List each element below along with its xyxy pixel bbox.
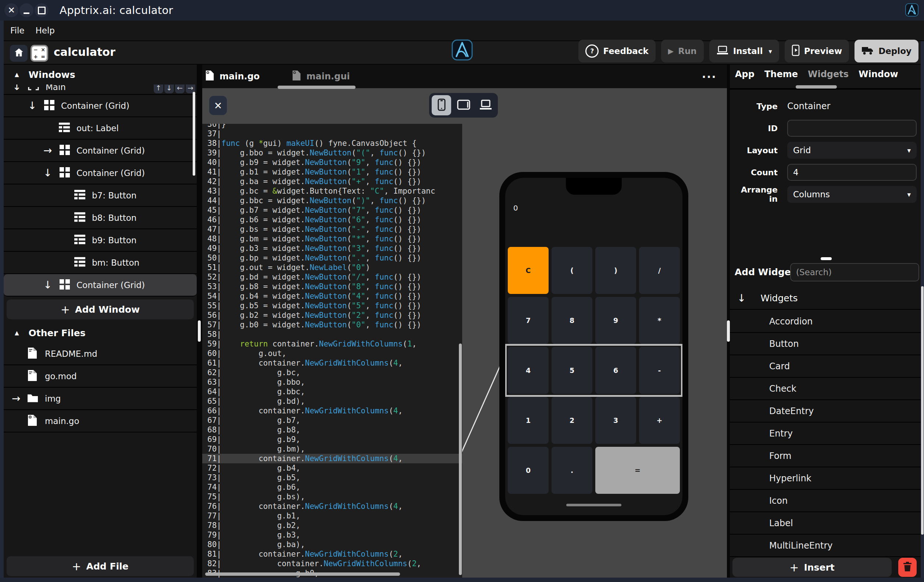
code-line-72[interactable]: 72| g.b4, <box>202 463 462 473</box>
menu-item-help[interactable]: Help <box>36 26 55 35</box>
widgets-group-header[interactable]: ↓ Widgets <box>730 287 921 310</box>
code-line-48[interactable]: 48| g.bm = widget.NewButton("*", func() … <box>202 234 462 243</box>
tree-item-container-grid-[interactable]: →Container (Grid) <box>4 140 197 162</box>
code-horizontal-scrollbar[interactable] <box>205 572 400 576</box>
insert-button[interactable]: + Insert <box>733 558 892 577</box>
code-line-70[interactable]: 70| g.bm), <box>202 444 462 454</box>
property-select-arrange-in[interactable]: Columns▾ <box>787 186 917 203</box>
code-line-57[interactable]: 57| g.b0 = widget.NewButton("0", func() … <box>202 320 462 330</box>
calc-button-8[interactable]: 8 <box>551 297 592 344</box>
calc-button-2[interactable]: 2 <box>551 397 592 444</box>
menu-item-file[interactable]: File <box>10 26 25 35</box>
install-button[interactable]: Install ▾ <box>709 40 779 62</box>
code-line-66[interactable]: 66| container.NewGridWithColumns(4, <box>202 406 462 416</box>
file-item-readme-md[interactable]: README.md <box>4 343 197 365</box>
code-line-58[interactable]: 58| <box>202 330 462 339</box>
code-line-78[interactable]: 78| g.b2, <box>202 521 462 530</box>
code-line-43[interactable]: 43| g.bc = &widget.Button{Text: "C", Imp… <box>202 186 462 196</box>
calc-button-C[interactable]: C <box>508 247 549 294</box>
panel-resize-handle[interactable] <box>821 257 832 260</box>
calc-button-([interactable]: ( <box>551 247 592 294</box>
code-line-61[interactable]: 61| container.NewGridWithColumns(4, <box>202 358 462 368</box>
widget-item-hyperlink[interactable]: Hyperlink <box>730 467 921 490</box>
code-line-47[interactable]: 47| g.bs = widget.NewButton("-", func() … <box>202 225 462 234</box>
chevron-down-icon[interactable]: ▾ <box>769 48 772 55</box>
tree-item-container-grid-[interactable]: ↓Container (Grid) <box>4 162 197 184</box>
calc-button-.[interactable]: . <box>551 447 592 494</box>
code-line-76[interactable]: 76| container.NewGridWithColumns(4, <box>202 501 462 511</box>
code-line-42[interactable]: 42| g.ba = widget.NewButton("+", func() … <box>202 177 462 186</box>
code-line-38[interactable]: 38|func (g *gui) makeUI() fyne.CanvasObj… <box>202 138 462 148</box>
code-line-75[interactable]: 75| g.bs), <box>202 492 462 501</box>
widget-item-label[interactable]: Label <box>730 512 921 534</box>
code-line-65[interactable]: 65| g.bd), <box>202 396 462 406</box>
run-button[interactable]: ▶ Run <box>661 40 704 62</box>
code-line-50[interactable]: 50| g.bp = widget.NewButton(".", func() … <box>202 253 462 263</box>
tree-scrollbar-thumb[interactable] <box>193 92 195 176</box>
calc-button-5[interactable]: 5 <box>551 347 592 394</box>
code-line-63[interactable]: 63| g.bbo, <box>202 377 462 387</box>
arrow-down-icon[interactable]: ↓ <box>43 280 52 290</box>
arrow-down-icon[interactable]: ↓ <box>43 168 52 178</box>
arrow-right-icon[interactable]: → <box>12 393 20 404</box>
tree-item-b9-button[interactable]: b9: Button <box>4 229 197 252</box>
add-file-button[interactable]: + Add File <box>7 556 194 576</box>
tree-item-container-grid-[interactable]: ↓Container (Grid) <box>4 95 197 117</box>
code-line-71[interactable]: 71| container.NewGridWithColumns(4, <box>202 454 462 463</box>
calc-button-=[interactable]: = <box>595 447 680 494</box>
calc-button-6[interactable]: 6 <box>595 347 636 394</box>
calc-button-9[interactable]: 9 <box>595 297 636 344</box>
tree-item-out-label[interactable]: out: Label <box>4 117 197 140</box>
calc-button-3[interactable]: 3 <box>595 397 636 444</box>
calc-button-)[interactable]: ) <box>595 247 636 294</box>
code-line-46[interactable]: 46| g.b6 = widget.NewButton("6", func() … <box>202 215 462 225</box>
calc-button-4[interactable]: 4 <box>508 347 549 394</box>
widget-item-check[interactable]: Check <box>730 378 921 400</box>
code-line-44[interactable]: 44| g.bbc = widget.NewButton(")", func()… <box>202 196 462 206</box>
code-line-82[interactable]: 82| container.NewGridWithColumns(2, <box>202 559 462 569</box>
tree-item-b8-button[interactable]: b8: Button <box>4 207 197 229</box>
widget-search-input[interactable] <box>790 263 919 281</box>
code-line-81[interactable]: 81| container.NewGridWithColumns(2, <box>202 549 462 559</box>
tab-main-go[interactable]: main.go <box>205 70 260 84</box>
tab-widgets[interactable]: Widgets <box>808 69 849 79</box>
file-item-img[interactable]: →img <box>4 388 197 410</box>
code-line-77[interactable]: 77| g.b1, <box>202 511 462 521</box>
widget-item-button[interactable]: Button <box>730 333 921 355</box>
widget-item-dateentry[interactable]: DateEntry <box>730 400 921 423</box>
code-line-37[interactable]: 37| <box>202 129 462 138</box>
property-select-layout[interactable]: Grid▾ <box>787 142 917 159</box>
calc-button-0[interactable]: 0 <box>508 447 549 494</box>
code-editor[interactable]: 36|}37|38|func (g *gui) makeUI() fyne.Ca… <box>202 124 462 582</box>
app-icon[interactable]: −×+= <box>31 45 48 62</box>
tree-item-container-grid-[interactable]: ↓Container (Grid) <box>4 274 197 296</box>
tab-window[interactable]: Window <box>858 69 898 79</box>
deploy-button[interactable]: Deploy <box>855 40 919 62</box>
tree-item-b7-button[interactable]: b7: Button <box>4 184 197 207</box>
calc-button-/[interactable]: / <box>639 247 680 294</box>
code-line-36[interactable]: 36|} <box>202 124 462 129</box>
calc-button-+[interactable]: + <box>639 397 680 444</box>
close-preview-button[interactable]: ✕ <box>209 96 227 115</box>
code-line-62[interactable]: 62| g.bc, <box>202 368 462 377</box>
code-line-40[interactable]: 40| g.b9 = widget.NewButton("9", func() … <box>202 158 462 167</box>
device-tablet-button[interactable] <box>454 95 473 115</box>
code-line-45[interactable]: 45| g.b7 = widget.NewButton("7", func() … <box>202 206 462 215</box>
file-item-go-mod[interactable]: go.mod <box>4 365 197 388</box>
tab-main-gui[interactable]: main.gui <box>292 70 350 84</box>
arrow-down-icon[interactable]: ↓ <box>28 101 36 111</box>
code-line-56[interactable]: 56| g.b2 = widget.NewButton("2", func() … <box>202 311 462 320</box>
minimize-window-button[interactable] <box>20 3 33 17</box>
windows-section-header[interactable]: ▲ Windows <box>4 65 197 84</box>
feedback-button[interactable]: ? Feedback <box>578 40 655 62</box>
right-scrollbar-thumb[interactable] <box>921 286 924 534</box>
arrow-right-icon[interactable]: → <box>43 146 52 156</box>
maximize-window-button[interactable] <box>35 3 48 17</box>
calc-button-7[interactable]: 7 <box>508 297 549 344</box>
code-line-67[interactable]: 67| g.b7, <box>202 416 462 425</box>
code-line-52[interactable]: 52| g.bd = widget.NewButton("/", func() … <box>202 272 462 282</box>
code-line-64[interactable]: 64| g.bbc, <box>202 387 462 396</box>
home-button[interactable] <box>10 45 28 62</box>
code-line-60[interactable]: 60| g.out, <box>202 349 462 358</box>
delete-button[interactable] <box>898 558 917 577</box>
